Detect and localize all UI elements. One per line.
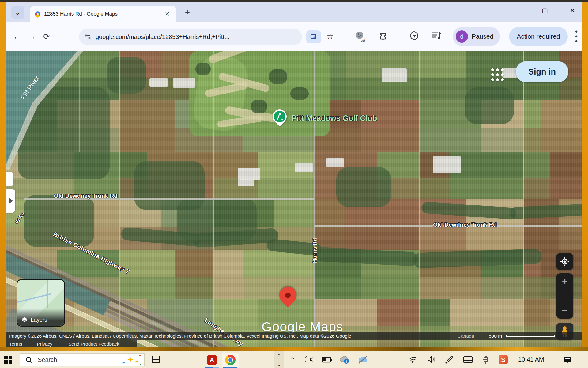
location-target-icon [560, 257, 569, 266]
browser-menu-icon[interactable]: ••• [573, 29, 580, 44]
cloud-paused-icon[interactable] [358, 355, 368, 364]
desktop-top-edge [0, 0, 588, 2]
copilot-sparkle-icon: ✦✦✦ [122, 354, 142, 366]
forward-button[interactable]: → [24, 32, 39, 41]
address-bar[interactable]: google.com/maps/place/12853+Harris+Rd,+P… [79, 29, 302, 45]
chrome-icon [225, 355, 236, 365]
sign-in-label: Sign in [528, 67, 556, 77]
zoom-in-button[interactable]: + [562, 276, 568, 287]
layers-label: Layers [31, 317, 47, 323]
onedrive-info-icon[interactable]: i [339, 355, 350, 364]
reload-button[interactable]: ⟳ [39, 32, 54, 41]
google-maps-favicon-icon [34, 10, 41, 18]
attribution-country[interactable]: Canada [458, 333, 474, 339]
tab-close-icon[interactable]: ✕ [163, 10, 172, 18]
new-tab-button[interactable]: + [182, 7, 193, 17]
acrobat-icon: A [207, 355, 217, 365]
map-label-harris-rd: Harris Rd [312, 238, 318, 263]
profile-button[interactable]: d Paused [453, 27, 500, 46]
map-label-golf-club[interactable]: Pitt Meadows Golf Club [292, 114, 377, 123]
attribution-text: Imagery ©2026 Airbus, CNES / Airbus, Lan… [9, 333, 351, 339]
pen-icon[interactable] [445, 355, 454, 364]
screen-snip-icon[interactable] [305, 355, 314, 364]
google-apps-grid-icon[interactable] [491, 68, 507, 84]
browser-toolbar: ← → ⟳ google.com/maps/place/12853+Harris… [6, 22, 582, 51]
install-app-button[interactable] [306, 30, 321, 43]
expand-arrow-icon [9, 198, 13, 204]
site-info-icon[interactable] [85, 33, 91, 40]
map-label-old-dewdney-left: Old Dewdney Trunk Rd [54, 193, 118, 199]
side-panel-expand-button[interactable] [6, 189, 15, 213]
svg-text:i: i [346, 359, 347, 364]
tab-title: 12853 Harris Rd - Google Maps [44, 11, 159, 17]
action-required-label: Action required [517, 33, 560, 40]
volume-icon[interactable] [427, 355, 436, 363]
tab-strip: ⌄ 12853 Harris Rd - Google Maps ✕ + — ▢ … [6, 2, 582, 22]
windows-taskbar: Search ✦✦✦ A ⌃⌄ ⌃ i S 10:41 AM [0, 351, 588, 368]
map-scale-bar [506, 335, 555, 337]
snagit-icon[interactable]: S [499, 355, 508, 364]
map-label-old-dewdney-right: Old Dewdney Trunk Rd [433, 221, 497, 228]
sign-in-button[interactable]: Sign in [516, 61, 568, 82]
tab-search-button[interactable]: ⌄ [11, 6, 24, 19]
side-panel-edge [6, 172, 13, 186]
taskbar-app-chrome[interactable] [222, 353, 239, 367]
map-scale-label[interactable]: 500 m [489, 333, 502, 339]
taskbar-overflow-scroll[interactable]: ⌃⌄ [274, 351, 284, 368]
toolbar-divider [399, 31, 399, 42]
search-placeholder: Search [38, 356, 122, 363]
hidden-icons-chevron[interactable]: ⌃ [290, 356, 295, 363]
taskbar-clock[interactable]: 10:41 AM [518, 356, 544, 363]
taskbar-search-box[interactable]: Search ✦✦✦ [20, 353, 145, 366]
feedback-link[interactable]: Send Product Feedback [68, 341, 119, 347]
zoom-divider [560, 296, 570, 296]
privacy-link[interactable]: Privacy [37, 341, 52, 347]
zoom-out-button[interactable]: − [562, 305, 568, 316]
task-view-button[interactable] [152, 355, 162, 364]
map-viewport: Pitt River Old Dewdney Trunk Rd Old Dewd… [6, 51, 582, 347]
profile-avatar: d [456, 30, 468, 43]
usb-device-icon[interactable] [481, 355, 490, 364]
bookmark-star-icon[interactable]: ☆ [326, 32, 334, 41]
map-links-bar: Terms Privacy Send Product Feedback [6, 340, 137, 347]
map-attribution-bar: Imagery ©2026 Airbus, CNES / Airbus, Lan… [6, 332, 582, 340]
battery-icon[interactable] [322, 357, 332, 363]
cookie-blocker-extension-icon[interactable]: off [354, 30, 368, 43]
extensions-icon[interactable] [378, 31, 388, 41]
search-icon [25, 356, 33, 364]
layers-icon [21, 316, 28, 323]
wifi-icon[interactable] [409, 356, 418, 363]
acrobat-running-indicator [205, 367, 219, 368]
chrome-running-indicator [223, 367, 237, 368]
chevron-down-icon: ⌄ [15, 9, 21, 16]
touchpad-icon[interactable] [463, 356, 473, 363]
terms-link[interactable]: Terms [9, 341, 22, 347]
media-controls-icon[interactable] [432, 31, 443, 40]
browser-window: ⌄ 12853 Harris Rd - Google Maps ✕ + — ▢ … [6, 2, 582, 347]
start-button[interactable] [4, 356, 12, 364]
zoom-control: + − [556, 273, 573, 319]
layers-control[interactable]: Layers [17, 279, 65, 327]
svg-text:off: off [361, 38, 366, 43]
back-button[interactable]: ← [10, 32, 24, 41]
action-center-icon[interactable] [563, 355, 572, 365]
performance-leaf-icon[interactable] [409, 30, 420, 41]
browser-tab[interactable]: 12853 Harris Rd - Google Maps ✕ [30, 6, 176, 22]
url-text: google.com/maps/place/12853+Harris+Rd,+P… [96, 33, 229, 40]
desktop-wallpaper-strip [0, 347, 588, 351]
window-minimize-button[interactable]: — [508, 7, 522, 14]
action-required-button[interactable]: Action required [509, 27, 568, 46]
window-maximize-button[interactable]: ▢ [538, 7, 552, 14]
profile-status-label: Paused [472, 33, 493, 40]
window-close-button[interactable]: ✕ [565, 7, 579, 14]
my-location-button[interactable] [556, 253, 573, 270]
taskbar-app-acrobat[interactable]: A [203, 353, 221, 367]
